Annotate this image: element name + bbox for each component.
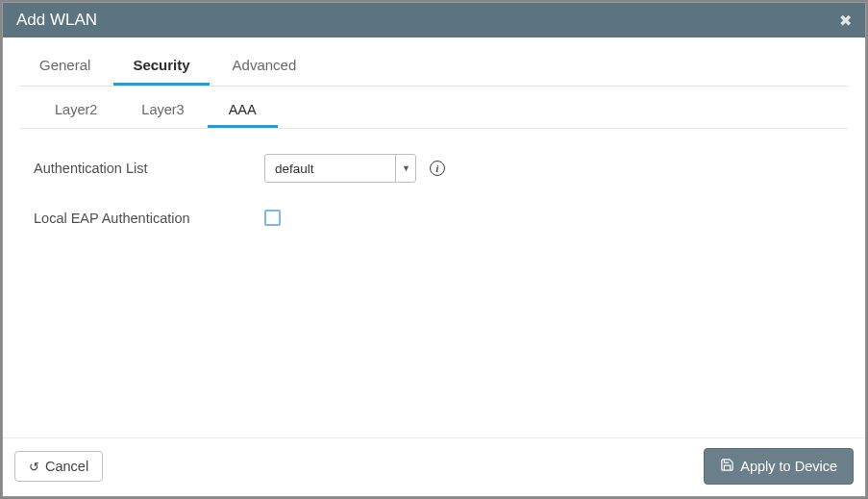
tab-advanced[interactable]: Advanced bbox=[213, 45, 316, 86]
apply-label: Apply to Device bbox=[740, 459, 837, 474]
local-eap-label: Local EAP Authentication bbox=[34, 211, 264, 226]
subtab-layer2[interactable]: Layer2 bbox=[34, 92, 118, 128]
local-eap-checkbox[interactable] bbox=[264, 210, 281, 226]
auth-list-value: default bbox=[264, 154, 416, 183]
cancel-label: Cancel bbox=[45, 459, 88, 474]
auth-list-select[interactable]: default ▼ bbox=[264, 154, 416, 183]
undo-icon: ↺ bbox=[29, 460, 39, 474]
info-icon[interactable]: i bbox=[430, 161, 445, 176]
modal-title: Add WLAN bbox=[16, 11, 97, 30]
main-tabs: General Security Advanced bbox=[20, 45, 848, 87]
form-area: Authentication List default ▼ i Local EA… bbox=[20, 129, 848, 278]
close-icon[interactable]: ✖ bbox=[839, 12, 852, 30]
tab-security[interactable]: Security bbox=[113, 45, 209, 86]
save-icon bbox=[720, 458, 734, 475]
add-wlan-modal: Add WLAN ✖ General Security Advanced Lay… bbox=[2, 2, 866, 497]
tab-general[interactable]: General bbox=[20, 45, 110, 86]
cancel-button[interactable]: ↺ Cancel bbox=[14, 451, 103, 482]
row-authentication-list: Authentication List default ▼ i bbox=[34, 154, 834, 183]
security-subtabs: Layer2 Layer3 AAA bbox=[20, 92, 848, 129]
modal-header: Add WLAN ✖ bbox=[3, 3, 865, 37]
subtab-layer3[interactable]: Layer3 bbox=[120, 92, 205, 128]
subtab-aaa[interactable]: AAA bbox=[208, 92, 278, 128]
apply-button[interactable]: Apply to Device bbox=[704, 448, 854, 485]
modal-footer: ↺ Cancel Apply to Device bbox=[3, 437, 865, 496]
auth-list-label: Authentication List bbox=[34, 161, 264, 176]
row-local-eap: Local EAP Authentication bbox=[34, 210, 834, 226]
modal-body: General Security Advanced Layer2 Layer3 … bbox=[3, 37, 865, 437]
